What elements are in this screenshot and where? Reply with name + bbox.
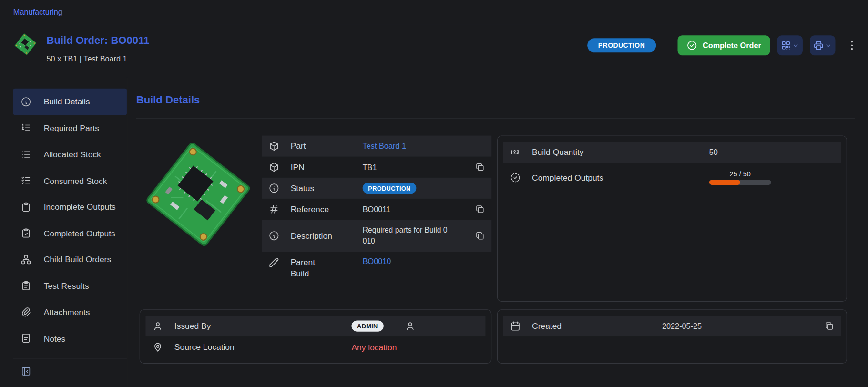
build-quantity-label: Build Quantity [532,147,709,158]
sidebar-item-label: Consumed Stock [44,176,107,185]
reference-value: BO0011 [363,205,475,214]
paperclip-icon [20,306,31,317]
page-title: Build Order: BO0011 [47,34,150,47]
build-order-page: Manufacturing Build Order: BO0011 50 x T… [0,0,868,387]
pcb-thumbnail-image[interactable] [13,32,38,56]
page-header: Build Order: BO0011 50 x TB1 | Test Boar… [0,24,868,77]
clipboard-check-icon [20,228,31,239]
page-subtitle: 50 x TB1 | Test Board 1 [47,54,150,63]
issued-by-label: Issued By [174,321,352,332]
printer-icon [813,40,824,51]
main-panel: Build Details Part Test Board 1 [127,78,868,387]
sidebar-item-consumed-stock[interactable]: Consumed Stock [13,167,127,194]
completed-outputs-label: Completed Outputs [532,172,709,183]
progress-bar [709,180,771,184]
sidebar-item-label: Incomplete Outputs [44,202,116,212]
test-report-icon [20,280,31,291]
detail-row-reference: Reference BO0011 [262,199,491,220]
user-icon [404,320,415,331]
numbers-123-icon [510,147,521,158]
sitemap-icon [20,254,31,265]
circle-check-icon [686,40,697,51]
parent-build-label: Parent Build [291,257,325,278]
list-check-icon [20,175,31,186]
sidebar-item-label: Notes [44,334,66,343]
section-divider [136,119,855,119]
more-actions-button[interactable] [846,39,859,52]
breadcrumb-link-manufacturing[interactable]: Manufacturing [13,8,62,17]
sidebar-item-allocated-stock[interactable]: Allocated Stock [13,141,127,167]
row-build-quantity: Build Quantity 50 [503,142,841,163]
detail-row-parent-build: Parent Build BO0010 [262,252,491,286]
body-row: Build Details Required Parts Allocated S… [0,78,868,387]
sidebar-item-incomplete-outputs[interactable]: Incomplete Outputs [13,194,127,220]
user-icon [152,320,163,331]
source-location-label: Source Location [174,342,352,353]
created-label: Created [532,321,662,332]
header-actions: PRODUCTION Complete Order [587,35,859,55]
ipn-value: TB1 [363,163,475,172]
header-text: Build Order: BO0011 50 x TB1 | Test Boar… [47,32,150,63]
copy-icon [475,231,485,241]
progress-check-icon [510,172,521,183]
pcb-image[interactable] [140,136,257,253]
detail-row-description: Description Required parts for Build 001… [262,220,491,252]
sidebar-item-test-results[interactable]: Test Results [13,273,127,299]
copy-created-button[interactable] [824,321,834,331]
copy-description-button[interactable] [475,231,485,241]
sidebar-item-label: Allocated Stock [44,150,101,159]
sidebar-item-label: Required Parts [44,123,99,133]
notes-icon [20,333,31,344]
parent-build-link[interactable]: BO0010 [363,257,391,266]
row-issued-by: Issued By ADMIN [145,316,485,336]
build-quantity-value: 50 [709,148,834,157]
clipboard-icon [20,201,31,212]
build-detail-block: Part Test Board 1 IPN TB1 [140,136,492,302]
sidebar-item-required-parts[interactable]: Required Parts [13,115,127,141]
issue-card: Issued By ADMIN Source Location Any loca… [140,309,492,364]
copy-ipn-button[interactable] [475,162,485,172]
complete-order-label: Complete Order [703,41,761,50]
print-actions-button[interactable] [810,35,835,55]
sidebar-item-attachments[interactable]: Attachments [13,299,127,325]
detail-row-status: Status PRODUCTION [262,178,491,199]
sidebar-item-label: Build Details [44,97,90,107]
chevron-down-icon [792,42,799,49]
part-link[interactable]: Test Board 1 [363,142,406,151]
complete-order-button[interactable]: Complete Order [678,35,770,55]
map-pin-icon [152,342,163,353]
info-circle-icon [20,96,31,107]
breadcrumb: Manufacturing [0,0,868,24]
description-label: Description [291,230,363,241]
sidebar-item-notes[interactable]: Notes [13,325,127,351]
section-title: Build Details [136,94,855,106]
copy-icon [824,321,834,331]
row-source-location: Source Location Any location [145,336,485,357]
sidebar-footer [13,358,127,379]
barcode-actions-button[interactable] [777,35,803,55]
calendar-icon [510,320,521,331]
package-icon [268,141,279,152]
detail-row-ipn: IPN TB1 [262,157,491,178]
sidebar-collapse-button[interactable] [20,366,31,377]
list-icon [20,149,31,160]
info-circle-icon [268,230,279,241]
info-circle-icon [268,183,279,194]
description-value: Required parts for Build 0010 [363,225,451,246]
sidebar-item-label: Completed Outputs [44,228,115,238]
row-completed-outputs: Completed Outputs 25 / 50 [503,163,841,193]
sidebar-item-child-build-orders[interactable]: Child Build Orders [13,246,127,273]
tools-icon [268,257,279,268]
sidebar-item-build-details[interactable]: Build Details [13,89,127,115]
part-label: Part [291,141,363,152]
reference-label: Reference [291,204,363,215]
ipn-label: IPN [291,162,363,173]
sidebar-item-label: Test Results [44,281,89,291]
source-location-value: Any location [351,342,397,352]
chevron-down-icon [825,42,832,49]
sidebar-item-label: Child Build Orders [44,255,111,265]
sidebar-item-completed-outputs[interactable]: Completed Outputs [13,220,127,246]
copy-reference-button[interactable] [475,204,485,214]
list-numbers-icon [20,122,31,133]
progress-fill [709,180,740,184]
